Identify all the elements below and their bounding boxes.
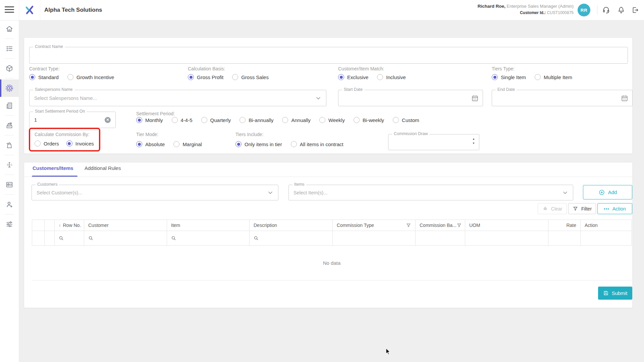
radio-circle	[239, 117, 246, 123]
app-logo[interactable]	[19, 0, 40, 20]
radio-single-item[interactable]: Single Item	[492, 74, 526, 80]
sidebar-item-package[interactable]	[0, 60, 19, 77]
logout-icon[interactable]	[631, 6, 639, 14]
shopping-bag-icon	[5, 141, 13, 149]
sidebar-item-commission[interactable]: $	[0, 79, 19, 97]
sidebar-item-purchases[interactable]	[0, 136, 19, 154]
sort-arrow-icon[interactable]: ↑	[59, 223, 61, 228]
radio-gross-profit[interactable]: Gross Profit	[188, 74, 223, 80]
radio-monthly[interactable]: Monthly	[136, 117, 163, 123]
radio-invoices[interactable]: Invoices	[66, 140, 94, 146]
search-rate[interactable]	[548, 231, 581, 245]
avatar[interactable]: RR	[578, 4, 590, 16]
sidebar-item-home[interactable]	[0, 20, 19, 38]
clear-button[interactable]: Clear	[538, 203, 567, 214]
search-commission-basis[interactable]	[416, 231, 465, 245]
radio-circle	[235, 141, 241, 147]
stepper-up-icon[interactable]: ▲	[472, 138, 475, 140]
settlement-period-label: Settlement Period:	[136, 111, 175, 116]
radio-exclusive[interactable]: Exclusive	[338, 74, 368, 80]
radio-only-items-in-tier[interactable]: Only items in tier	[235, 141, 282, 147]
action-button[interactable]: ••• Action	[597, 203, 632, 214]
start-settlement-field: Start Settlement Period On ✕	[29, 112, 116, 128]
funnel-icon	[573, 206, 578, 212]
items-select-input[interactable]	[289, 185, 573, 200]
header-cell-description[interactable]: Description	[250, 220, 333, 231]
contract-form-card: Contract Name Contract Type: Standard Gr…	[24, 38, 632, 154]
header-cell-commission-type[interactable]: Commission Type	[333, 220, 416, 231]
header-cell-item[interactable]: Item	[167, 220, 250, 231]
sidebar-separator	[5, 194, 14, 195]
radio-quarterly[interactable]: Quarterly	[201, 117, 231, 123]
sidebar-item-organization[interactable]	[0, 97, 19, 114]
radio-4-4-5[interactable]: 4-4-5	[172, 117, 193, 123]
calendar-icon[interactable]	[471, 95, 479, 102]
tier-mode-group: Absolute Marginal	[136, 141, 202, 147]
menu-icon[interactable]	[5, 6, 14, 14]
search-description[interactable]	[250, 231, 333, 245]
radio-circle	[393, 117, 399, 123]
radio-gross-sales[interactable]: Gross Sales	[232, 74, 269, 80]
radio-inclusive[interactable]: Inclusive	[377, 74, 406, 80]
header-cell-uom[interactable]: UOM	[465, 220, 548, 231]
notifications-bell-icon[interactable]	[617, 6, 625, 14]
sidebar-item-cash-register[interactable]	[0, 117, 19, 134]
sidebar-item-preferences[interactable]	[0, 216, 19, 233]
salespersons-select-input[interactable]	[30, 90, 326, 106]
clear-value-icon[interactable]: ✕	[105, 117, 111, 123]
tab-additional-rules[interactable]: Additional Rules	[85, 165, 121, 171]
radio-circle	[188, 74, 194, 80]
filter-button[interactable]: Filter	[568, 203, 596, 214]
radio-bi-weekly[interactable]: Bi-weekly	[354, 117, 384, 123]
radio-bi-annually[interactable]: Bi-annually	[239, 117, 273, 123]
tab-customers-items[interactable]: Customers/Items	[33, 165, 73, 171]
stepper-down-icon[interactable]: ▼	[472, 142, 475, 144]
start-date-input[interactable]	[338, 90, 483, 106]
header-cell-commission-basis[interactable]: Commission Ba...	[416, 220, 465, 231]
header-cell-row-no[interactable]: ↑Row No.	[55, 220, 84, 231]
header-cell-rate[interactable]: Rate	[548, 220, 581, 231]
support-headset-icon[interactable]	[602, 6, 610, 14]
radio-orders[interactable]: Orders	[35, 140, 59, 146]
search-icon	[59, 236, 64, 241]
sliders-icon	[5, 220, 13, 228]
radio-annually[interactable]: Annually	[282, 117, 311, 123]
radio-all-items-in-contract[interactable]: All items in contract	[291, 141, 343, 147]
search-customer[interactable]	[84, 231, 167, 245]
sidebar-item-checklist[interactable]	[0, 40, 19, 57]
customer-id-value: CUST1000875	[547, 10, 574, 15]
radio-custom[interactable]: Custom	[393, 117, 419, 123]
submit-button[interactable]: Submit	[598, 287, 632, 300]
customers-select-input[interactable]	[32, 185, 278, 200]
radio-marginal[interactable]: Marginal	[173, 141, 202, 147]
chevron-down-icon[interactable]	[315, 95, 321, 101]
filter-funnel-icon[interactable]	[457, 223, 462, 228]
add-button[interactable]: Add	[583, 185, 632, 199]
search-commission-type[interactable]	[333, 231, 416, 245]
filter-funnel-icon[interactable]	[406, 223, 411, 228]
search-item[interactable]	[167, 231, 250, 245]
search-uom[interactable]	[465, 231, 548, 245]
radio-multiple-item[interactable]: Multiple Item	[535, 74, 572, 80]
calendar-icon[interactable]	[621, 95, 628, 102]
chevron-down-icon[interactable]	[562, 190, 568, 196]
start-settlement-input[interactable]	[30, 112, 115, 128]
radio-weekly[interactable]: Weekly	[319, 117, 345, 123]
end-date-input[interactable]	[492, 90, 632, 106]
customer-id-label: Customer Id.:	[520, 10, 546, 15]
sidebar-item-reports[interactable]	[0, 176, 19, 193]
chevron-down-icon[interactable]	[267, 190, 273, 196]
calculation-basis-label: Calculation Basis:	[188, 66, 225, 71]
radio-absolute[interactable]: Absolute	[136, 141, 165, 147]
sidebar-item-add-user[interactable]	[0, 196, 19, 213]
start-date-field: Start Date	[338, 90, 483, 106]
number-stepper[interactable]: ▲▼	[472, 138, 475, 144]
header-cell-customer[interactable]: Customer	[84, 220, 167, 231]
contract-name-input[interactable]	[30, 47, 628, 63]
settlement-period-group: Monthly 4-4-5 Quarterly Bi-annually Annu…	[136, 117, 419, 123]
search-row-no[interactable]	[55, 231, 84, 245]
commission-draw-input[interactable]	[388, 134, 479, 150]
sidebar-item-debit-credit[interactable]: DC	[0, 156, 19, 174]
radio-growth-incentive[interactable]: Growth Incentive	[67, 74, 114, 80]
radio-standard[interactable]: Standard	[29, 74, 59, 80]
